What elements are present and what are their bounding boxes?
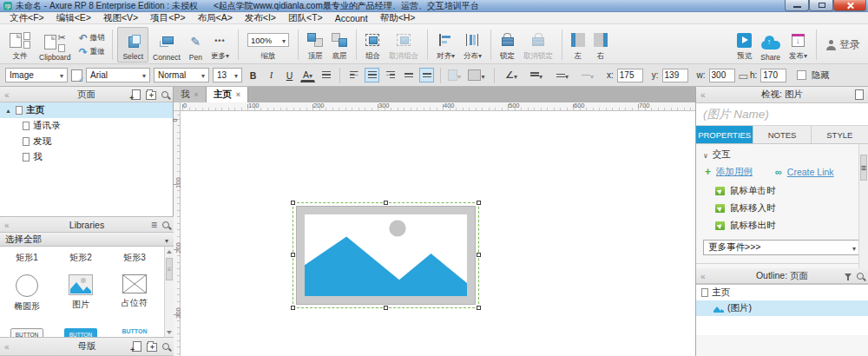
event-row-mouseenter[interactable]: 鼠标移入时: [696, 200, 868, 217]
align-left-button[interactable]: [346, 68, 361, 82]
widget-style-select[interactable]: Image: [5, 68, 68, 82]
outline-row-page[interactable]: 主页: [696, 285, 868, 300]
search-icon[interactable]: [857, 273, 864, 280]
close-tab-icon[interactable]: ×: [236, 90, 240, 99]
page-row-me[interactable]: 我: [0, 149, 173, 165]
bring-to-front-button[interactable]: 顶层: [303, 27, 327, 63]
add-folder-icon[interactable]: [147, 343, 157, 352]
line-color-button[interactable]: [501, 68, 522, 82]
page-row-discover[interactable]: 发现: [0, 134, 173, 149]
filter-icon[interactable]: [845, 274, 852, 278]
send-to-back-button[interactable]: 底层: [327, 27, 352, 63]
close-button[interactable]: [833, 0, 866, 11]
tree-expand-icon[interactable]: ▲: [5, 108, 12, 114]
menu-arrange[interactable]: 布局<A>: [192, 12, 239, 24]
w-input[interactable]: [709, 69, 735, 82]
valign-top-button[interactable]: [401, 68, 416, 82]
library-scrollbar[interactable]: [164, 247, 174, 337]
valign-middle-button[interactable]: [419, 68, 434, 82]
scroll-down-icon[interactable]: [165, 327, 174, 337]
outline-row-image[interactable]: (图片): [696, 300, 868, 316]
add-page-icon[interactable]: [132, 89, 141, 100]
resize-handle-s[interactable]: [384, 306, 388, 310]
library-item-rect2[interactable]: 矩形2: [54, 248, 108, 264]
more-events-select[interactable]: 更多事件>>>: [703, 240, 861, 255]
font-size-select[interactable]: 13: [213, 68, 242, 82]
image-widget[interactable]: [293, 202, 479, 308]
font-family-select[interactable]: Arial: [86, 68, 150, 82]
edit-style-icon[interactable]: [71, 69, 82, 82]
h-input[interactable]: [760, 69, 786, 82]
minimize-button[interactable]: [785, 0, 809, 11]
shadow-button[interactable]: [465, 68, 488, 82]
menu-edit[interactable]: 编辑<E>: [50, 12, 97, 24]
align-page-left-button[interactable]: 左: [567, 27, 589, 63]
tab-notes[interactable]: NOTES: [753, 126, 811, 143]
aspect-lock-icon[interactable]: [739, 70, 746, 81]
lock-button[interactable]: 锁定: [496, 27, 519, 63]
event-row-click[interactable]: 鼠标单击时: [696, 182, 868, 200]
menu-file[interactable]: 文件<F>: [3, 12, 50, 24]
library-item-button-link[interactable]: BUTTON: [108, 325, 161, 337]
select-mode-button[interactable]: Select: [117, 27, 148, 63]
undo-button[interactable]: 撤销: [78, 32, 104, 44]
menu-help[interactable]: 帮助<H>: [374, 12, 422, 24]
more-tools-button[interactable]: 更多: [207, 27, 233, 63]
font-weight-select[interactable]: Normal: [154, 68, 209, 82]
scroll-thumb[interactable]: ≡: [860, 155, 867, 181]
preview-button[interactable]: 预览: [733, 27, 756, 63]
align-right-button[interactable]: [383, 68, 398, 82]
maximize-button[interactable]: [809, 0, 833, 11]
y-input[interactable]: [662, 69, 688, 82]
resize-handle-w[interactable]: [291, 253, 295, 257]
event-row-mouseout[interactable]: 鼠标移出时: [696, 217, 868, 234]
bullet-list-button[interactable]: [319, 68, 333, 82]
pen-tool-button[interactable]: Pen: [185, 27, 207, 63]
publish-button[interactable]: 发布: [785, 27, 812, 63]
underline-button[interactable]: U: [282, 68, 297, 82]
login-button[interactable]: 登录: [821, 27, 865, 63]
library-item-button-primary[interactable]: BUTTON: [54, 325, 108, 337]
font-color-button[interactable]: A: [300, 69, 315, 82]
scroll-up-icon[interactable]: [859, 144, 868, 153]
inspector-scrollbar[interactable]: ≡: [858, 144, 868, 280]
resize-handle-n[interactable]: [384, 201, 388, 205]
library-item-rect1[interactable]: 矩形1: [0, 248, 54, 264]
search-icon[interactable]: [161, 91, 168, 98]
menu-view[interactable]: 视图<V>: [97, 12, 144, 24]
clipboard-button[interactable]: Clipboard: [35, 27, 75, 63]
tab-style[interactable]: STYLE: [812, 126, 868, 143]
library-filter-select[interactable]: 选择全部: [0, 233, 174, 247]
interactions-section-header[interactable]: 交互: [696, 144, 868, 163]
library-item-image[interactable]: 图片: [54, 271, 108, 313]
redo-button[interactable]: 重做: [78, 46, 104, 58]
add-master-icon[interactable]: [133, 341, 141, 352]
group-button[interactable]: 组合: [361, 27, 385, 63]
align-page-right-button[interactable]: 右: [589, 27, 612, 63]
hide-checkbox[interactable]: [797, 70, 806, 80]
menu-team[interactable]: 团队<T>: [282, 12, 329, 24]
tab-properties[interactable]: PROPERTIES: [696, 126, 753, 143]
tab-home[interactable]: 主页 ×: [207, 87, 248, 102]
menu-project[interactable]: 项目<P>: [144, 12, 191, 24]
resize-handle-sw[interactable]: [291, 306, 295, 310]
file-tools-button[interactable]: 文件: [5, 27, 35, 63]
close-tab-icon[interactable]: ×: [194, 90, 199, 99]
align-button[interactable]: 对齐: [432, 27, 459, 63]
menu-publish[interactable]: 发布<I>: [239, 12, 282, 24]
page-row-contacts[interactable]: 通讯录: [0, 118, 173, 134]
widget-name-input[interactable]: [696, 103, 868, 126]
notes-doc-icon[interactable]: [855, 89, 864, 100]
align-center-button[interactable]: [365, 68, 379, 82]
scroll-up-icon[interactable]: [165, 247, 174, 256]
search-icon[interactable]: [162, 221, 169, 228]
create-link-link[interactable]: Create Link: [787, 167, 834, 177]
add-folder-icon[interactable]: [146, 91, 156, 100]
resize-handle-e[interactable]: [477, 253, 481, 257]
resize-handle-se[interactable]: [477, 306, 481, 310]
italic-button[interactable]: I: [264, 68, 279, 82]
scroll-thumb[interactable]: [166, 258, 173, 280]
search-icon[interactable]: [162, 343, 169, 350]
add-case-link[interactable]: 添加用例: [716, 166, 753, 178]
share-button[interactable]: Share: [756, 27, 785, 63]
